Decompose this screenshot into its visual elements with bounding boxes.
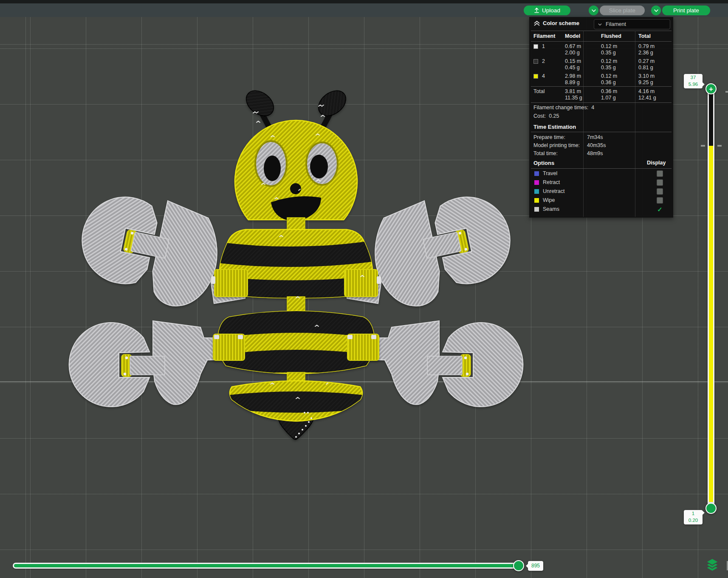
unretract-swatch — [534, 189, 539, 194]
table-cell: 3.81 m11.35 g — [565, 88, 582, 101]
layer-slider-bottom-tooltip: 1 0.20 — [684, 510, 703, 524]
panel-title: Color scheme — [543, 20, 579, 26]
table-cell: 4.16 m12.41 g — [638, 88, 656, 101]
time-estimation-title: Time Estimation — [533, 124, 576, 130]
color-scheme-dropdown[interactable]: Filament — [594, 19, 670, 29]
filament-swatch — [533, 44, 538, 49]
retract-swatch — [534, 180, 539, 185]
model-printing-time-label: Model printing time: — [533, 142, 580, 148]
col-header-filament: Filament — [533, 33, 555, 39]
antenna-right-club — [313, 85, 351, 121]
option-row-seams: Seams ✓ — [529, 206, 673, 213]
table-cell: 0.15 m0.45 g — [565, 58, 581, 71]
bee-pupil-right — [310, 155, 328, 178]
filament-id: 1 — [542, 43, 545, 49]
progress-slider-fill — [14, 564, 514, 567]
wipe-checkbox[interactable] — [657, 197, 663, 204]
layer-slider-top-handle[interactable]: + — [705, 83, 717, 94]
slice-plate-button[interactable]: Slice plate — [600, 6, 645, 15]
chevron-down-icon — [591, 8, 596, 13]
upload-button[interactable]: Upload — [524, 6, 570, 15]
table-cell: 0.67 m2.00 g — [565, 43, 581, 56]
travel-swatch — [534, 171, 539, 176]
option-row-unretract: Unretract — [529, 188, 673, 196]
col-header-model: Model — [565, 33, 580, 39]
col-header-flushed: Flushed — [601, 33, 621, 39]
col-header-total: Total — [638, 33, 651, 39]
filament-id: 4 — [542, 73, 545, 79]
upload-icon — [534, 8, 539, 13]
collapse-icon[interactable] — [533, 20, 540, 26]
layer-slider-black-segment — [709, 94, 713, 146]
bee-pupil-left — [264, 156, 281, 181]
total-row-label: Total — [533, 88, 545, 94]
filament-id: 2 — [542, 58, 545, 64]
progress-slider-track[interactable] — [13, 563, 524, 569]
filament-swatch — [533, 74, 538, 79]
table-cell: 2.98 m8.89 g — [565, 73, 581, 86]
total-time-label: Total time: — [533, 150, 558, 156]
bee-nose — [290, 183, 301, 194]
filament-change-times: Filament change times: 4 — [533, 105, 594, 110]
progress-slider-handle[interactable] — [513, 560, 524, 571]
table-cell: 3.10 m9.25 g — [638, 73, 655, 86]
travel-checkbox[interactable] — [657, 170, 663, 177]
prepare-time-value: 7m34s — [587, 134, 603, 140]
table-cell: 0.12 m0.36 g — [601, 73, 617, 86]
print-dropdown-button[interactable] — [651, 6, 661, 15]
layer-slider-yellow-segment — [709, 146, 713, 502]
antenna-left-club — [241, 85, 279, 121]
layers-icon[interactable] — [705, 558, 720, 575]
total-time-value: 48m9s — [587, 150, 603, 156]
seams-swatch — [534, 207, 539, 212]
dropdown-value: Filament — [606, 21, 626, 27]
progress-slider-tooltip: 895 — [528, 561, 543, 571]
layer-slider-top-tooltip: 37 5.96 — [684, 74, 703, 88]
filament-swatch — [533, 59, 538, 64]
option-row-travel: Travel — [529, 170, 673, 178]
table-cell: 0.79 m2.36 g — [638, 43, 655, 56]
options-title: Options — [533, 160, 554, 166]
model-printing-time-value: 40m35s — [587, 142, 606, 148]
chevron-down-icon — [598, 23, 602, 26]
slice-dropdown-button[interactable] — [589, 6, 598, 15]
cost-row: Cost: 0.25 — [533, 113, 559, 119]
table-cell: 0.12 m0.35 g — [601, 43, 617, 56]
table-cell: 0.27 m0.81 g — [638, 58, 655, 71]
table-cell: 0.12 m0.35 g — [601, 58, 617, 71]
print-plate-button[interactable]: Print plate — [662, 6, 710, 15]
table-cell: 0.36 m1.07 g — [601, 88, 617, 101]
bee-body[interactable] — [204, 85, 388, 439]
unretract-checkbox[interactable] — [657, 188, 663, 195]
option-row-retract: Retract — [529, 179, 673, 187]
option-row-wipe: Wipe — [529, 197, 673, 204]
prepare-time-label: Prepare time: — [533, 134, 565, 140]
chevron-down-icon — [654, 8, 659, 13]
layer-slider-bottom-handle[interactable] — [705, 503, 717, 514]
seams-checkbox[interactable]: ✓ — [657, 206, 663, 212]
wipe-swatch — [534, 198, 539, 203]
retract-checkbox[interactable] — [657, 179, 663, 186]
display-header: Display — [647, 160, 666, 166]
color-scheme-panel: Color scheme Filament Filament Model Flu… — [529, 17, 673, 218]
